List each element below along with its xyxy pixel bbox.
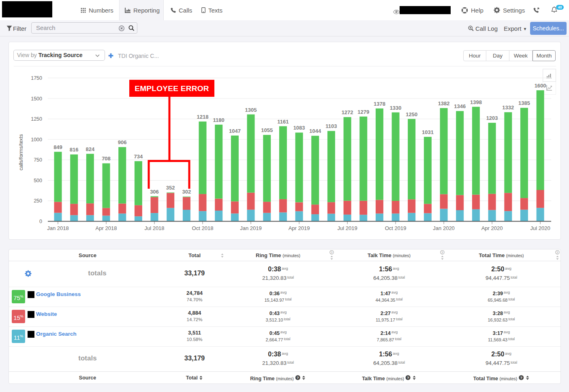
svg-text:Jan 2019: Jan 2019 <box>240 225 262 231</box>
svg-text:1250: 1250 <box>406 111 417 117</box>
svg-text:1382: 1382 <box>438 100 450 107</box>
svg-text:?: ? <box>441 251 443 254</box>
svg-text:1203: 1203 <box>486 115 498 121</box>
svg-text:1000: 1000 <box>31 137 42 143</box>
svg-text:1378: 1378 <box>374 101 385 107</box>
svg-text:Oct 2019: Oct 2019 <box>385 225 406 231</box>
svg-text:1218: 1218 <box>197 114 209 120</box>
svg-text:calls/forms/texts: calls/forms/texts <box>18 134 24 170</box>
svg-text:Jan 2018: Jan 2018 <box>47 225 69 231</box>
svg-text:?: ? <box>297 376 299 380</box>
svg-text:1398: 1398 <box>470 99 482 105</box>
svg-text:306: 306 <box>150 189 159 195</box>
svg-text:Jul 2019: Jul 2019 <box>338 225 357 231</box>
svg-text:1385: 1385 <box>518 100 530 106</box>
svg-text:708: 708 <box>102 156 111 162</box>
svg-text:1332: 1332 <box>502 104 514 111</box>
svg-text:Oct 2018: Oct 2018 <box>192 225 214 231</box>
svg-text:816: 816 <box>70 147 79 153</box>
svg-text:1055: 1055 <box>261 127 273 133</box>
svg-text:Apr 2020: Apr 2020 <box>481 225 503 231</box>
svg-text:1279: 1279 <box>357 109 369 115</box>
svg-text:Jul 2018: Jul 2018 <box>144 225 164 231</box>
svg-text:1250: 1250 <box>31 116 42 122</box>
svg-text:0: 0 <box>39 219 42 224</box>
svg-text:Jan 2020: Jan 2020 <box>433 225 455 231</box>
svg-text:1272: 1272 <box>342 109 353 115</box>
svg-text:1083: 1083 <box>293 125 305 131</box>
svg-text:1044: 1044 <box>309 128 321 134</box>
svg-text:302: 302 <box>182 189 191 195</box>
svg-text:250: 250 <box>34 198 42 204</box>
svg-text:1047: 1047 <box>229 128 241 134</box>
svg-text:1330: 1330 <box>390 105 402 111</box>
svg-text:1031: 1031 <box>422 129 434 135</box>
svg-text:1161: 1161 <box>277 119 289 125</box>
svg-text:?: ? <box>407 376 409 380</box>
svg-text:734: 734 <box>134 153 143 160</box>
svg-text:1180: 1180 <box>213 117 225 123</box>
svg-text:352: 352 <box>166 185 175 191</box>
svg-text:1346: 1346 <box>454 103 466 109</box>
svg-text:Apr 2018: Apr 2018 <box>96 225 117 231</box>
svg-text:1750: 1750 <box>31 75 42 81</box>
svg-text:Jul 2020: Jul 2020 <box>530 225 550 231</box>
svg-text:1305: 1305 <box>245 107 257 113</box>
svg-text:906: 906 <box>118 139 127 145</box>
svg-text:500: 500 <box>34 178 42 183</box>
svg-text:?: ? <box>331 251 333 254</box>
svg-text:1600: 1600 <box>535 83 546 89</box>
svg-text:1500: 1500 <box>31 96 42 102</box>
svg-text:824: 824 <box>86 146 94 152</box>
svg-text:Apr 2019: Apr 2019 <box>289 225 310 231</box>
svg-text:?: ? <box>556 251 558 254</box>
svg-text:750: 750 <box>34 157 42 163</box>
svg-text:EMPLOYEE ERROR: EMPLOYEE ERROR <box>135 84 209 93</box>
svg-text:849: 849 <box>53 144 62 150</box>
svg-text:1103: 1103 <box>325 123 337 129</box>
svg-text:?: ? <box>520 376 523 380</box>
